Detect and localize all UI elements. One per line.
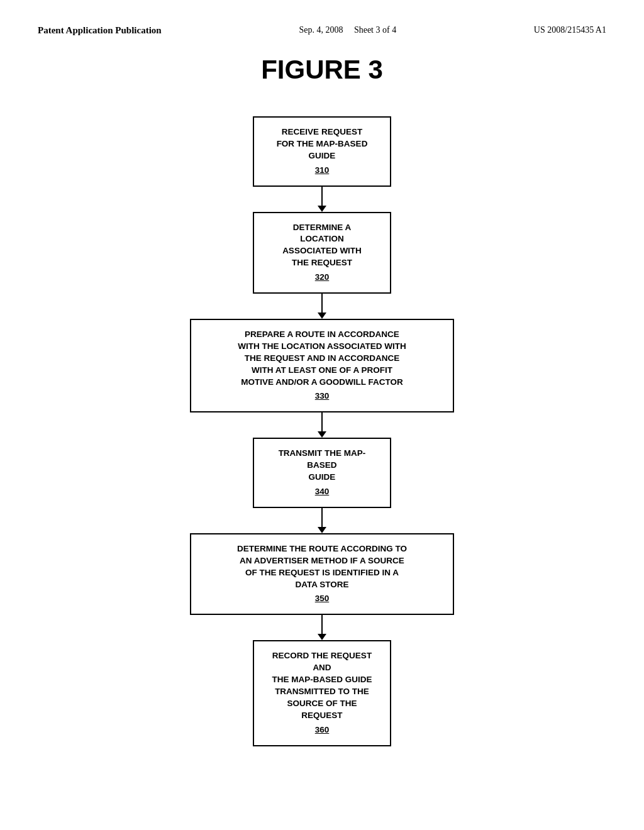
flowchart-box-330: PREPARE A ROUTE IN ACCORDANCEWITH THE LO…: [190, 319, 454, 412]
header-right: US 2008/215435 A1: [534, 25, 606, 35]
page-header: Patent Application Publication Sep. 4, 2…: [38, 25, 606, 36]
publication-date: Sep. 4, 2008: [299, 25, 343, 35]
arrow-head: [318, 527, 326, 533]
arrow-350-360: [318, 615, 326, 640]
box-330-text: PREPARE A ROUTE IN ACCORDANCEWITH THE LO…: [238, 329, 406, 387]
box-320-number: 320: [267, 272, 377, 284]
box-330-number: 330: [204, 390, 440, 402]
flowchart-box-350: DETERMINE THE ROUTE ACCORDING TOAN ADVER…: [190, 533, 454, 615]
publication-label: Patent Application Publication: [38, 25, 162, 35]
box-350-text: DETERMINE THE ROUTE ACCORDING TOAN ADVER…: [237, 544, 407, 589]
arrow-line: [321, 508, 323, 527]
arrow-line: [321, 294, 323, 313]
flowchart: RECEIVE REQUESTFOR THE MAP-BASEDGUIDE 31…: [38, 116, 606, 746]
header-left: Patent Application Publication: [38, 25, 162, 36]
box-340-text: TRANSMIT THE MAP-BASEDGUIDE: [279, 448, 366, 482]
patent-number: US 2008/215435 A1: [534, 25, 606, 35]
arrow-320-330: [318, 294, 326, 319]
arrow-head: [318, 313, 326, 319]
box-310-number: 310: [267, 165, 377, 177]
arrow-330-340: [318, 412, 326, 438]
box-340-number: 340: [267, 486, 377, 498]
box-360-number: 360: [267, 724, 377, 736]
arrow-310-320: [318, 187, 326, 212]
header-center: Sep. 4, 2008 Sheet 3 of 4: [299, 25, 396, 35]
page: Patent Application Publication Sep. 4, 2…: [0, 0, 644, 830]
arrow-head: [318, 634, 326, 640]
flowchart-box-360: RECORD THE REQUEST ANDTHE MAP-BASED GUID…: [253, 640, 391, 746]
arrow-line: [321, 412, 323, 431]
arrow-line: [321, 187, 323, 206]
figure-title: FIGURE 3: [38, 55, 606, 85]
box-310-text: RECEIVE REQUESTFOR THE MAP-BASEDGUIDE: [277, 127, 368, 160]
arrow-line: [321, 615, 323, 634]
box-350-number: 350: [204, 593, 440, 605]
flowchart-box-320: DETERMINE ALOCATIONASSOCIATED WITHTHE RE…: [253, 212, 391, 294]
flowchart-box-310: RECEIVE REQUESTFOR THE MAP-BASEDGUIDE 31…: [253, 116, 391, 187]
flowchart-box-340: TRANSMIT THE MAP-BASEDGUIDE 340: [253, 438, 391, 508]
arrow-head: [318, 431, 326, 438]
sheet-info: Sheet 3 of 4: [354, 25, 396, 35]
arrow-340-350: [318, 508, 326, 533]
arrow-head: [318, 206, 326, 212]
box-360-text: RECORD THE REQUEST ANDTHE MAP-BASED GUID…: [272, 651, 372, 719]
box-320-text: DETERMINE ALOCATIONASSOCIATED WITHTHE RE…: [282, 223, 362, 268]
